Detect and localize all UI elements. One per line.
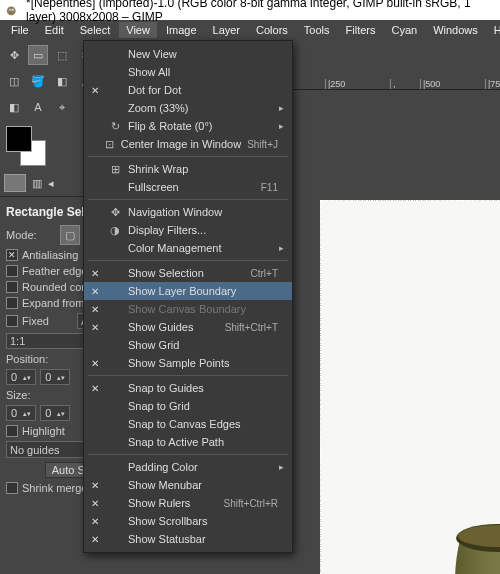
eraser-tool-icon[interactable]: ◧ bbox=[4, 97, 24, 117]
menu-windows[interactable]: Windows bbox=[426, 22, 485, 38]
mode-replace-icon[interactable]: ▢ bbox=[60, 225, 80, 245]
menu-item-new-view[interactable]: New View bbox=[84, 45, 292, 63]
tab-chevron-icon[interactable]: ◂ bbox=[48, 177, 54, 190]
size-w-input[interactable]: 0▴▾ bbox=[6, 405, 36, 421]
menu-item-label: Flip & Rotate (0°) bbox=[128, 120, 267, 132]
menu-item-label: Snap to Grid bbox=[128, 400, 272, 412]
menu-select[interactable]: Select bbox=[73, 22, 118, 38]
menu-colors[interactable]: Colors bbox=[249, 22, 295, 38]
menu-separator bbox=[88, 454, 288, 455]
menu-item-label: Show Scrollbars bbox=[128, 515, 272, 527]
menu-separator bbox=[88, 199, 288, 200]
menu-item-padding-color[interactable]: Padding Color▸ bbox=[84, 458, 292, 476]
check-icon: ✕ bbox=[88, 480, 102, 491]
gradient-tool-icon[interactable]: ◧ bbox=[52, 71, 72, 91]
menu-item-label: Color Management bbox=[128, 242, 267, 254]
expand-checkbox[interactable] bbox=[6, 297, 18, 309]
menu-view[interactable]: View bbox=[119, 22, 157, 38]
menu-item-label: Navigation Window bbox=[128, 206, 272, 218]
image-content bbox=[390, 320, 500, 574]
check-icon: ✕ bbox=[88, 85, 102, 96]
menu-item-icon: ⊡ bbox=[104, 138, 114, 151]
check-icon: ✕ bbox=[88, 286, 102, 297]
pos-x-input[interactable]: 0▴▾ bbox=[6, 369, 36, 385]
menu-item-display-filters[interactable]: ◑Display Filters... bbox=[84, 221, 292, 239]
submenu-arrow-icon: ▸ bbox=[279, 121, 284, 131]
clone-tool-icon[interactable]: ⌖ bbox=[52, 97, 72, 117]
highlight-checkbox[interactable] bbox=[6, 425, 18, 437]
menu-tools[interactable]: Tools bbox=[297, 22, 337, 38]
menu-item-navigation-window[interactable]: ✥Navigation Window bbox=[84, 203, 292, 221]
menu-item-show-statusbar[interactable]: ✕Show Statusbar bbox=[84, 530, 292, 548]
menu-edit[interactable]: Edit bbox=[38, 22, 71, 38]
menu-item-show-layer-boundary[interactable]: ✕Show Layer Boundary bbox=[84, 282, 292, 300]
menu-item-snap-to-grid[interactable]: Snap to Grid bbox=[84, 397, 292, 415]
shrink-merged-checkbox[interactable] bbox=[6, 482, 18, 494]
text-tool-icon[interactable]: A bbox=[28, 97, 48, 117]
bucket-tool-icon[interactable]: 🪣 bbox=[28, 71, 48, 91]
ruler-tick: , bbox=[390, 79, 396, 89]
menu-item-dot-for-dot[interactable]: ✕Dot for Dot bbox=[84, 81, 292, 99]
menu-separator bbox=[88, 260, 288, 261]
menu-image[interactable]: Image bbox=[159, 22, 204, 38]
menu-item-accel: Ctrl+T bbox=[251, 268, 279, 279]
menu-help[interactable]: Help bbox=[487, 22, 500, 38]
title-bar: *[Nepenthes] (imported)-1.0 (RGB color 8… bbox=[0, 0, 500, 20]
menu-item-show-guides[interactable]: ✕Show GuidesShift+Ctrl+T bbox=[84, 318, 292, 336]
menu-item-zoom-33[interactable]: Zoom (33%)▸ bbox=[84, 99, 292, 117]
menu-item-label: Snap to Canvas Edges bbox=[128, 418, 272, 430]
menu-item-accel: F11 bbox=[261, 182, 278, 193]
size-h-input[interactable]: 0▴▾ bbox=[40, 405, 70, 421]
menu-item-shrink-wrap[interactable]: ⊞Shrink Wrap bbox=[84, 160, 292, 178]
menu-item-snap-to-canvas-edges[interactable]: Snap to Canvas Edges bbox=[84, 415, 292, 433]
view-menu-dropdown: New ViewShow All✕Dot for DotZoom (33%)▸↻… bbox=[83, 40, 293, 553]
menu-item-show-selection[interactable]: ✕Show SelectionCtrl+T bbox=[84, 264, 292, 282]
free-select-tool-icon[interactable]: ⬚ bbox=[52, 45, 72, 65]
menu-layer[interactable]: Layer bbox=[206, 22, 248, 38]
rounded-checkbox[interactable] bbox=[6, 281, 18, 293]
menu-item-center-image-in-window[interactable]: ⊡Center Image in WindowShift+J bbox=[84, 135, 292, 153]
submenu-arrow-icon: ▸ bbox=[279, 462, 284, 472]
gimp-logo-icon bbox=[6, 3, 20, 17]
tab-device-icon[interactable]: ▥ bbox=[32, 177, 42, 190]
menu-item-accel: Shift+J bbox=[247, 139, 278, 150]
menu-item-snap-to-guides[interactable]: ✕Snap to Guides bbox=[84, 379, 292, 397]
tab-tool-options-icon[interactable] bbox=[4, 174, 26, 192]
menu-item-fullscreen[interactable]: FullscreenF11 bbox=[84, 178, 292, 196]
menu-item-show-canvas-boundary: ✕Show Canvas Boundary bbox=[84, 300, 292, 318]
menu-item-color-management[interactable]: Color Management▸ bbox=[84, 239, 292, 257]
menu-item-accel: Shift+Ctrl+T bbox=[225, 322, 278, 333]
menu-item-accel: Shift+Ctrl+R bbox=[224, 498, 278, 509]
fg-color[interactable] bbox=[6, 126, 32, 152]
pos-y-input[interactable]: 0▴▾ bbox=[40, 369, 70, 385]
menu-item-label: Show Grid bbox=[128, 339, 272, 351]
feather-checkbox[interactable] bbox=[6, 265, 18, 277]
rect-select-tool-icon[interactable]: ▭ bbox=[28, 45, 48, 65]
menu-item-label: Fullscreen bbox=[128, 181, 255, 193]
menu-item-flip-rotate-0[interactable]: ↻Flip & Rotate (0°)▸ bbox=[84, 117, 292, 135]
transform-tool-icon[interactable]: ◫ bbox=[4, 71, 24, 91]
menu-item-label: Display Filters... bbox=[128, 224, 272, 236]
menu-file[interactable]: File bbox=[4, 22, 36, 38]
menu-item-label: Show Statusbar bbox=[128, 533, 272, 545]
menu-item-snap-to-active-path[interactable]: Snap to Active Path bbox=[84, 433, 292, 451]
ruler-tick: |250 bbox=[325, 79, 345, 89]
menu-item-show-all[interactable]: Show All bbox=[84, 63, 292, 81]
menu-item-show-rulers[interactable]: ✕Show RulersShift+Ctrl+R bbox=[84, 494, 292, 512]
menu-item-show-scrollbars[interactable]: ✕Show Scrollbars bbox=[84, 512, 292, 530]
fixed-checkbox[interactable] bbox=[6, 315, 18, 327]
menu-item-show-sample-points[interactable]: ✕Show Sample Points bbox=[84, 354, 292, 372]
menu-item-label: Dot for Dot bbox=[128, 84, 272, 96]
menu-item-show-grid[interactable]: Show Grid bbox=[84, 336, 292, 354]
menu-cyan[interactable]: Cyan bbox=[384, 22, 424, 38]
menu-item-show-menubar[interactable]: ✕Show Menubar bbox=[84, 476, 292, 494]
check-icon: ✕ bbox=[88, 322, 102, 333]
svg-point-0 bbox=[7, 7, 16, 16]
submenu-arrow-icon: ▸ bbox=[279, 243, 284, 253]
menu-item-label: Show Guides bbox=[128, 321, 219, 333]
antialias-checkbox[interactable]: ✕ bbox=[6, 249, 18, 261]
move-tool-icon[interactable]: ✥ bbox=[4, 45, 24, 65]
menu-item-icon: ↻ bbox=[108, 120, 122, 133]
color-swatch[interactable] bbox=[6, 126, 46, 166]
menu-filters[interactable]: Filters bbox=[339, 22, 383, 38]
